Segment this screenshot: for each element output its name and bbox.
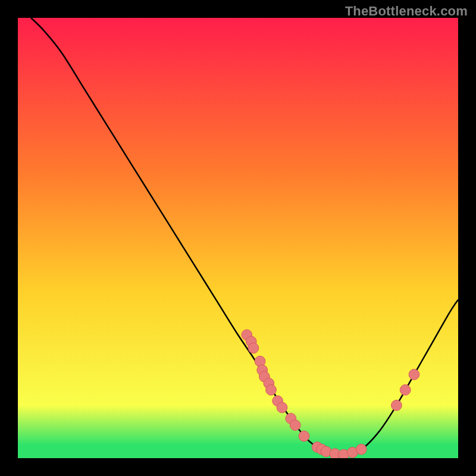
chart-container: TheBottleneck.com [0,0,476,476]
data-point [299,431,309,441]
data-point [392,400,402,411]
data-point [277,402,287,413]
gradient-background [18,18,458,458]
data-point [409,369,419,380]
data-point [400,384,411,395]
data-point [248,343,259,353]
watermark-text: TheBottleneck.com [345,4,468,19]
chart-svg [18,18,458,458]
data-point [290,420,300,431]
plot-area [18,18,458,458]
data-point [266,384,277,395]
data-point [356,444,367,455]
